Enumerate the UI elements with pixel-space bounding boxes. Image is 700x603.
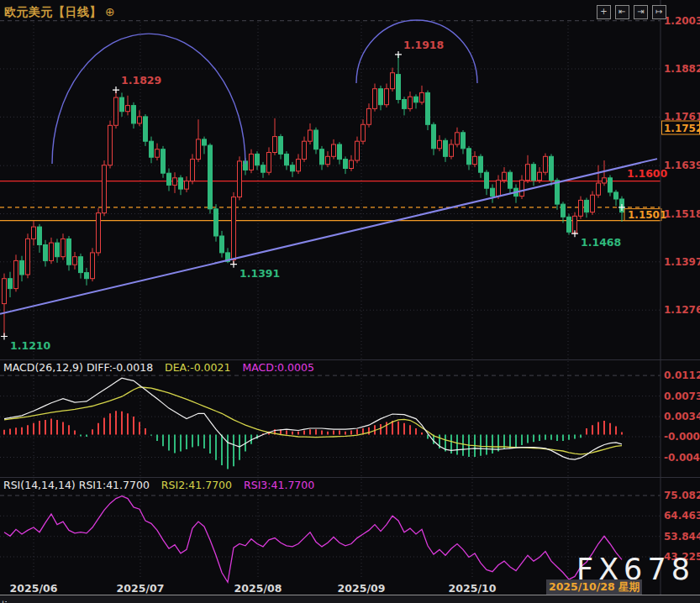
candle-body — [450, 144, 454, 156]
rsi1-value: RSI(14,14,14) RSI1:41.7700 — [3, 479, 150, 491]
candle-body — [491, 188, 495, 196]
macd-axis-label: 0.0034 — [664, 411, 700, 422]
price-axis-label: 1.2003 — [664, 15, 700, 27]
candle-body — [26, 239, 30, 275]
candle-body — [255, 154, 260, 165]
macd-axis-label: -0.0043 — [664, 452, 700, 464]
candle-body — [391, 73, 395, 89]
candle-body — [50, 243, 54, 260]
candle-body — [361, 124, 366, 141]
candle-body — [91, 253, 95, 279]
candle-body — [308, 130, 313, 141]
candle-body — [208, 145, 213, 209]
candle-body — [14, 260, 18, 288]
candle-body — [261, 165, 266, 173]
candle-body — [385, 89, 389, 105]
candle-body — [579, 200, 583, 216]
macd-header: MACD(26,12,9) DIFF:-0.0018DEA:-0.0021MAC… — [3, 361, 326, 374]
candle-body — [350, 160, 354, 169]
current-date-label: 2025/10/28 星期二 — [546, 579, 642, 596]
candle-body — [161, 149, 166, 174]
candle-body — [332, 144, 336, 156]
candle-body — [467, 149, 471, 165]
candle-body — [144, 117, 148, 141]
price-cross-marker — [113, 87, 119, 93]
candle-body — [550, 156, 554, 180]
candle-body — [379, 89, 383, 105]
macd-axis-label: 0.0112 — [664, 370, 700, 381]
month-label: 2025/07 — [117, 582, 165, 595]
candle-body — [250, 154, 254, 170]
candle-body — [344, 160, 348, 169]
macd-axis-label: 0.0073 — [664, 391, 700, 402]
candle-body — [32, 227, 36, 239]
candle-body — [426, 92, 430, 124]
extreme-price-label: 1.1210 — [10, 339, 51, 352]
candle-body — [79, 257, 83, 273]
rsi-line — [4, 496, 622, 583]
extreme-price-label: 1.1829 — [121, 74, 161, 87]
expand-icon[interactable]: ⊕ — [105, 5, 115, 18]
candle-body — [20, 260, 24, 275]
candle-body — [38, 227, 42, 244]
candle-body — [67, 239, 71, 265]
candle-body — [326, 156, 330, 164]
candle-body — [220, 236, 224, 253]
month-label: 2025/09 — [338, 582, 386, 595]
month-label: 2025/10 — [449, 582, 497, 595]
candle-body — [191, 160, 195, 181]
candle-body — [185, 181, 189, 190]
price-cross-marker — [395, 51, 402, 58]
extreme-price-label: 1.1918 — [403, 39, 444, 51]
candle-body — [403, 100, 407, 109]
scale-left-icon[interactable]: ⇤ — [615, 5, 629, 19]
macd-hist-value: MACD:0.0005 — [242, 361, 313, 374]
macd-diff-line — [4, 378, 622, 459]
hline-price-label: 1.1600 — [627, 167, 668, 180]
candle-body — [397, 75, 401, 100]
candle-body — [197, 139, 201, 160]
price-axis-label: 1.1639 — [664, 160, 700, 171]
candle-body — [420, 92, 424, 102]
candle-body — [179, 178, 183, 189]
candle-body — [126, 106, 130, 112]
candle-body — [497, 181, 501, 197]
tab-1[interactable]: 标 — [0, 598, 7, 603]
macd-params-diff: MACD(26,12,9) DIFF:-0.0018 — [3, 361, 153, 374]
candle-body — [214, 209, 218, 236]
chart-toolbar: +⇤⇥↦ — [597, 5, 666, 19]
candle-body — [614, 192, 618, 199]
candle-body — [338, 144, 342, 160]
macd-axis-label: -0.0004 — [664, 431, 700, 443]
candle-body — [303, 141, 307, 159]
candle-body — [508, 172, 513, 188]
candle-body — [597, 183, 601, 195]
price-axis-label: 1.1276 — [664, 304, 700, 316]
candle-body — [173, 178, 177, 186]
candle-body — [520, 181, 524, 197]
rsi2-value: RSI2:41.7700 — [161, 479, 232, 491]
candle-body — [291, 165, 295, 171]
candle-body — [567, 217, 571, 232]
symbol-title-text: 欧元美元【日线】 — [4, 5, 102, 18]
candle-body — [44, 245, 48, 261]
candle-body — [232, 197, 236, 260]
candle-body — [538, 172, 542, 181]
pan-right-icon[interactable]: ↦ — [652, 5, 666, 19]
candle-body — [473, 156, 477, 164]
candle-body — [108, 125, 113, 165]
pattern-arc[interactable] — [356, 20, 477, 83]
candle-body — [444, 140, 448, 156]
candle-body — [314, 130, 318, 149]
candle-body — [555, 181, 560, 204]
candle-body — [267, 153, 271, 173]
scale-right-icon[interactable]: ⇥ — [634, 5, 648, 19]
pan-chart-icon[interactable]: + — [597, 5, 611, 19]
candle-body — [132, 106, 136, 123]
price-axis-label: 1.1882 — [664, 63, 700, 75]
candle-body — [373, 89, 377, 109]
candle-body — [591, 195, 595, 212]
candle-body — [3, 279, 7, 304]
candle-body — [279, 137, 283, 155]
candle-body — [238, 161, 242, 197]
